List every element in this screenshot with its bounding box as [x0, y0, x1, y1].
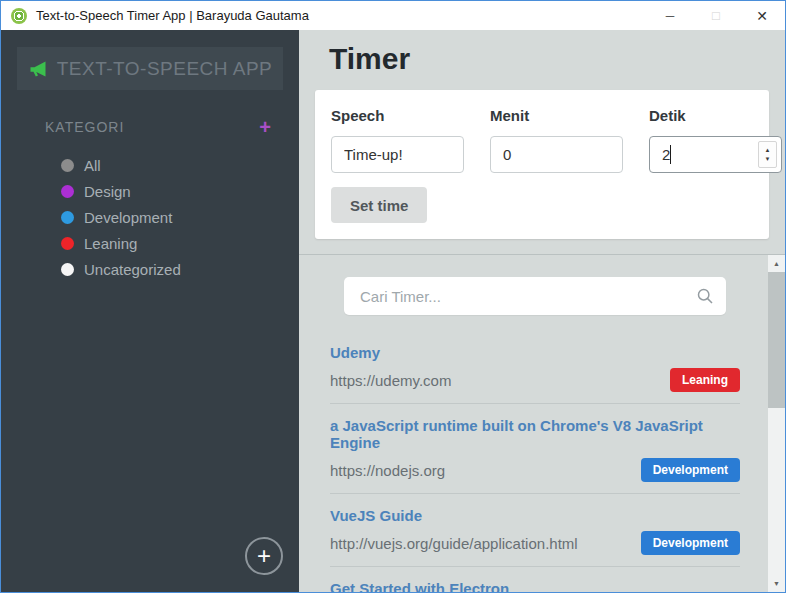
scroll-down-icon[interactable]: ▼: [768, 575, 785, 592]
category-color-dot: [61, 211, 74, 224]
timer-list-item: Get Started with Electron: [330, 567, 740, 592]
main-panel: Timer Speech Menit Detik: [299, 30, 785, 592]
scroll-up-icon[interactable]: ▲: [768, 255, 785, 272]
menit-input[interactable]: [490, 136, 623, 173]
timer-url: http://vuejs.org/guide/application.html: [330, 535, 578, 552]
sidebar-item-development[interactable]: Development: [61, 204, 299, 230]
number-spinner[interactable]: ▲ ▼: [758, 141, 777, 168]
megaphone-icon: [28, 59, 48, 79]
speech-label: Speech: [331, 107, 464, 124]
timer-link[interactable]: a JavaScript runtime built on Chrome's V…: [330, 417, 740, 451]
maximize-button[interactable]: □: [693, 1, 739, 30]
speech-input[interactable]: [331, 136, 464, 173]
category-list: All Design Development Leaning Uncategor…: [61, 152, 299, 282]
timer-url: https://nodejs.org: [330, 462, 445, 479]
category-label: Design: [84, 183, 131, 200]
set-time-button[interactable]: Set time: [331, 187, 427, 223]
category-label: All: [84, 157, 101, 174]
sidebar-item-design[interactable]: Design: [61, 178, 299, 204]
timer-link[interactable]: VueJS Guide: [330, 507, 740, 524]
minimize-button[interactable]: ─: [647, 1, 693, 30]
page-title: Timer: [329, 42, 769, 76]
app-title: TEXT-TO-SPEECH APP: [57, 58, 273, 80]
text-caret: [670, 145, 671, 164]
timer-list-item: Udemy https://udemy.com Leaning: [330, 331, 740, 404]
timer-list-item: VueJS Guide http://vuejs.org/guide/appli…: [330, 494, 740, 567]
kategori-heading: KATEGORI: [45, 119, 124, 135]
timer-list-area: Udemy https://udemy.com Leaning a JavaSc…: [299, 255, 768, 592]
category-badge: Development: [641, 458, 740, 482]
category-color-dot: [61, 263, 74, 276]
scrollbar-thumb[interactable]: [768, 272, 785, 408]
search-icon: [697, 288, 713, 304]
category-label: Development: [84, 209, 172, 226]
category-label: Uncategorized: [84, 261, 181, 278]
detik-label: Detik: [649, 107, 782, 124]
window-title: Text-to-Speech Timer App | Barayuda Gaut…: [36, 8, 309, 23]
add-timer-button[interactable]: +: [245, 537, 283, 575]
sidebar-item-leaning[interactable]: Leaning: [61, 230, 299, 256]
sidebar-item-uncategorized[interactable]: Uncategorized: [61, 256, 299, 282]
sidebar-item-all[interactable]: All: [61, 152, 299, 178]
category-color-dot: [61, 159, 74, 172]
category-color-dot: [61, 237, 74, 250]
app-logo-header: TEXT-TO-SPEECH APP: [17, 47, 283, 90]
timer-list-item: a JavaScript runtime built on Chrome's V…: [330, 404, 740, 494]
menit-label: Menit: [490, 107, 623, 124]
sidebar: TEXT-TO-SPEECH APP KATEGORI + All Design…: [1, 30, 299, 592]
search-input[interactable]: [344, 277, 726, 315]
category-badge: Development: [641, 531, 740, 555]
window-controls: ─ □ ✕: [647, 1, 785, 30]
timer-link[interactable]: Udemy: [330, 344, 740, 361]
close-button[interactable]: ✕: [739, 1, 785, 30]
category-label: Leaning: [84, 235, 137, 252]
category-color-dot: [61, 185, 74, 198]
spinner-up-icon[interactable]: ▲: [765, 146, 771, 154]
timer-form-card: Speech Menit Detik: [315, 90, 769, 239]
add-category-icon[interactable]: +: [259, 117, 271, 137]
category-badge: Leaning: [670, 368, 740, 392]
timer-link[interactable]: Get Started with Electron: [330, 580, 740, 592]
vertical-scrollbar[interactable]: ▲ ▼: [768, 255, 785, 592]
titlebar: Text-to-Speech Timer App | Barayuda Gaut…: [1, 1, 785, 30]
app-icon: [11, 8, 27, 24]
spinner-down-icon[interactable]: ▼: [765, 155, 771, 163]
app-window: Text-to-Speech Timer App | Barayuda Gaut…: [0, 0, 786, 593]
timer-url: https://udemy.com: [330, 372, 451, 389]
